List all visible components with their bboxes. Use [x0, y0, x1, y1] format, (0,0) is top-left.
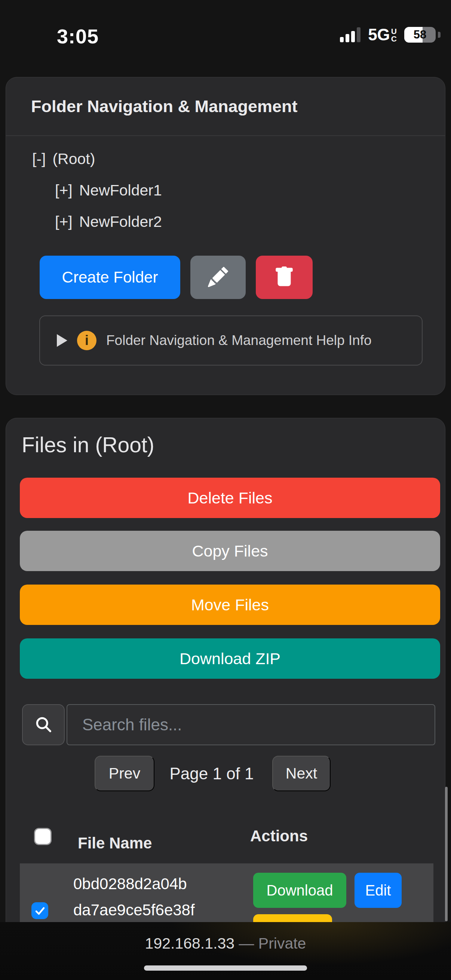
tree-toggle-newfolder2[interactable]: [+]: [55, 213, 73, 231]
page-indicator: Page 1 of 1: [163, 756, 260, 791]
edit-file-button[interactable]: Edit: [354, 873, 402, 908]
next-page-button[interactable]: Next: [272, 756, 331, 791]
folder-navigation-card: Folder Navigation & Management [-] (Root…: [6, 77, 445, 395]
select-all-checkbox[interactable]: [34, 828, 52, 845]
trash-icon: [274, 266, 295, 288]
battery-percent: 58: [404, 27, 436, 43]
folder-card-title: Folder Navigation & Management: [31, 97, 298, 116]
address-bar[interactable]: 192.168.1.33 — Private: [0, 935, 451, 952]
info-icon: i: [77, 331, 97, 350]
prev-page-button[interactable]: Prev: [95, 756, 155, 791]
rename-folder-button[interactable]: [190, 256, 246, 299]
search-bar: [22, 704, 435, 745]
folder-help-disclosure[interactable]: i Folder Navigation & Management Help In…: [39, 315, 422, 366]
scrollbar[interactable]: [445, 787, 448, 921]
download-zip-button[interactable]: Download ZIP: [20, 638, 440, 679]
download-file-button[interactable]: Download: [253, 873, 346, 908]
delete-folder-button[interactable]: [256, 256, 312, 299]
copy-files-button[interactable]: Copy Files: [20, 531, 440, 571]
network-type-label: 5G: [368, 25, 390, 44]
tree-item-root[interactable]: [-] (Root): [6, 143, 445, 175]
files-card: Files in (Root) Delete Files Copy Files …: [6, 418, 445, 980]
tree-toggle-root[interactable]: [-]: [32, 150, 46, 168]
folder-actions: Create Folder: [40, 256, 312, 299]
pencil-icon: [208, 267, 228, 288]
files-card-title: Files in (Root): [22, 433, 155, 457]
battery-icon: 58: [404, 27, 436, 43]
battery-tip: [438, 32, 440, 38]
network-type-indicator: 5G U C: [368, 25, 397, 44]
url-separator: —: [234, 935, 258, 952]
folder-card-header: Folder Navigation & Management: [6, 77, 445, 136]
cellular-signal-icon: [340, 27, 360, 42]
create-folder-button[interactable]: Create Folder: [40, 256, 180, 299]
screen: 3:05 5G U C 58 Folder Navigation & Manag…: [0, 0, 451, 980]
tree-label-newfolder1[interactable]: NewFolder1: [79, 181, 162, 199]
search-input[interactable]: [67, 704, 435, 745]
folder-help-title[interactable]: Folder Navigation & Management Help Info: [106, 332, 372, 348]
file-name: 0bd0288d2a04b da7ae9ce5f6e38f: [73, 871, 195, 923]
status-time: 3:05: [57, 25, 99, 48]
tree-label-newfolder2[interactable]: NewFolder2: [79, 213, 162, 231]
search-icon: [33, 714, 53, 735]
network-sub-top: U: [391, 28, 397, 35]
tree-label-root[interactable]: (Root): [53, 150, 95, 168]
tree-item-newfolder2[interactable]: [+] NewFolder2: [6, 206, 445, 237]
tree-toggle-newfolder1[interactable]: [+]: [55, 181, 73, 199]
row-checkbox-checked[interactable]: [32, 902, 48, 919]
status-icons: 5G U C 58: [340, 26, 440, 43]
delete-files-button[interactable]: Delete Files: [20, 478, 440, 518]
folder-tree: [-] (Root) [+] NewFolder1 [+] NewFolder2: [6, 143, 445, 237]
disclosure-triangle-icon[interactable]: [57, 334, 67, 347]
search-button[interactable]: [22, 704, 65, 745]
browser-bottom-bar[interactable]: 192.168.1.33 — Private: [0, 922, 451, 980]
move-files-button[interactable]: Move Files: [20, 585, 440, 625]
tree-item-newfolder1[interactable]: [+] NewFolder1: [6, 175, 445, 206]
file-name-line2: da7ae9ce5f6e38f: [73, 897, 195, 923]
column-header-file-name: File Name: [78, 834, 152, 852]
home-indicator[interactable]: [144, 966, 307, 970]
file-name-line1: 0bd0288d2a04b: [73, 871, 195, 897]
network-sub-bottom: C: [391, 35, 397, 43]
private-badge: Private: [258, 935, 306, 952]
column-header-actions: Actions: [250, 827, 308, 845]
url-text[interactable]: 192.168.1.33: [145, 935, 234, 952]
